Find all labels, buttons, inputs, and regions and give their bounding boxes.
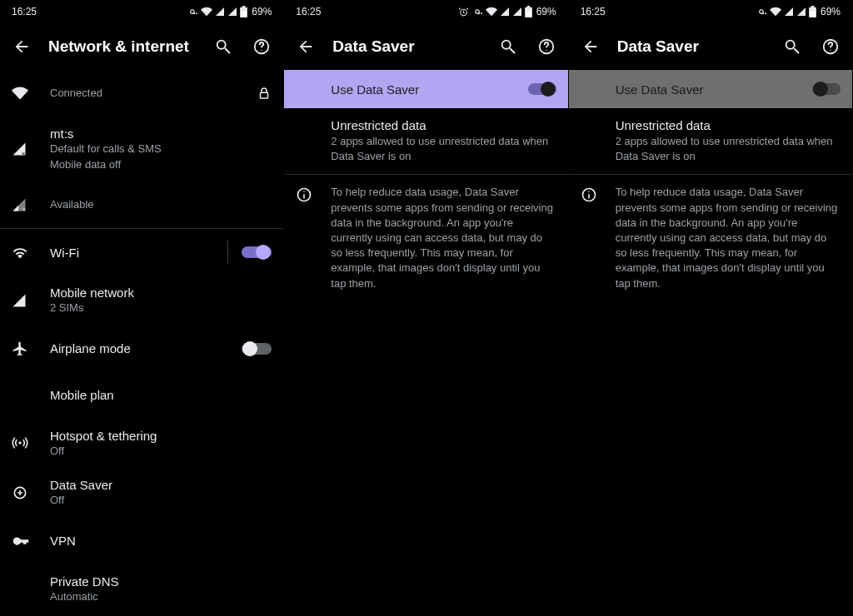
vpn-key-icon bbox=[756, 6, 767, 17]
wifi-connected-row[interactable]: Connected bbox=[0, 70, 283, 117]
hotspot-icon bbox=[12, 435, 50, 451]
toggle-switch-icon bbox=[528, 81, 556, 97]
vpn-row[interactable]: VPN bbox=[0, 518, 283, 564]
svg-text:×: × bbox=[22, 206, 26, 212]
blank-icon bbox=[581, 118, 616, 164]
status-bar: 16:25 69% bbox=[0, 0, 283, 23]
use-data-saver-toggle[interactable]: Use Data Saver bbox=[284, 70, 567, 108]
status-time: 16:25 bbox=[12, 6, 37, 17]
airplane-icon bbox=[12, 340, 50, 357]
data-saver-label: Data Saver bbox=[50, 478, 272, 492]
signal-icon bbox=[512, 7, 522, 17]
pane-data-saver-on: 16:25 69% Data Saver Use Data Saver bbox=[284, 0, 568, 616]
mobile-network-row[interactable]: Mobile network 2 SIMs bbox=[0, 276, 283, 325]
vpn-key-icon bbox=[471, 6, 483, 17]
sim1-line2: Mobile data off bbox=[50, 157, 272, 172]
search-button[interactable] bbox=[496, 35, 520, 58]
status-battery: 69% bbox=[252, 6, 272, 17]
info-icon bbox=[581, 185, 616, 291]
wifi-icon bbox=[770, 6, 781, 17]
svg-rect-0 bbox=[242, 11, 247, 17]
signal-icon bbox=[215, 7, 225, 17]
mobile-network-label: Mobile network bbox=[50, 286, 272, 300]
signal-icon bbox=[784, 7, 794, 17]
wifi-row[interactable]: Wi-Fi bbox=[0, 229, 283, 276]
unrestricted-title: Unrestricted data bbox=[616, 118, 841, 132]
unrestricted-title: Unrestricted data bbox=[331, 118, 556, 132]
status-icons: 69% bbox=[458, 6, 556, 17]
app-bar: Data Saver bbox=[284, 23, 567, 70]
info-text: To help reduce data usage, Data Saver pr… bbox=[616, 185, 841, 291]
back-button[interactable] bbox=[294, 35, 317, 58]
wifi-toggle[interactable] bbox=[242, 244, 272, 261]
help-icon bbox=[821, 37, 840, 56]
status-battery: 69% bbox=[821, 6, 841, 17]
status-icons: 69% bbox=[756, 6, 841, 17]
airplane-toggle[interactable] bbox=[242, 340, 272, 357]
search-icon bbox=[499, 37, 517, 56]
app-bar: Network & internet bbox=[0, 23, 283, 70]
back-button[interactable] bbox=[579, 35, 602, 58]
hotspot-row[interactable]: Hotspot & tethering Off bbox=[0, 419, 283, 469]
signal-icon bbox=[227, 7, 237, 17]
battery-icon bbox=[525, 6, 532, 17]
use-data-saver-toggle[interactable]: Use Data Saver bbox=[569, 70, 852, 108]
toggle-switch-icon bbox=[812, 81, 841, 97]
mobile-plan-label: Mobile plan bbox=[50, 388, 272, 402]
status-battery: 69% bbox=[536, 6, 556, 17]
sim2-label: Available bbox=[50, 197, 272, 212]
search-icon bbox=[214, 37, 232, 56]
arrow-back-icon bbox=[12, 37, 31, 56]
arrow-back-icon bbox=[581, 37, 600, 56]
status-time: 16:25 bbox=[296, 6, 321, 17]
private-dns-row[interactable]: Private DNS Automatic bbox=[0, 564, 283, 614]
svg-text:×: × bbox=[22, 150, 25, 156]
pane-data-saver-off: 16:25 69% Data Saver Use Data Saver bbox=[569, 0, 853, 616]
page-title: Data Saver bbox=[332, 37, 481, 56]
sim-signal-icon: × bbox=[12, 142, 50, 156]
search-icon bbox=[783, 37, 801, 56]
help-button[interactable] bbox=[250, 35, 273, 58]
signal-icon bbox=[500, 7, 510, 17]
unrestricted-data-row[interactable]: Unrestricted data 2 apps allowed to use … bbox=[569, 108, 852, 174]
data-saver-icon bbox=[12, 484, 50, 501]
search-button[interactable] bbox=[212, 35, 235, 58]
vpn-key-icon bbox=[12, 532, 50, 550]
sim1-line1: Default for calls & SMS bbox=[50, 142, 272, 156]
sim-signal-icon: × bbox=[12, 197, 50, 212]
info-text-row: To help reduce data usage, Data Saver pr… bbox=[284, 175, 567, 301]
airplane-row[interactable]: Airplane mode bbox=[0, 325, 283, 372]
sim1-row[interactable]: × mt:s Default for calls & SMS Mobile da… bbox=[0, 117, 283, 181]
page-title: Data Saver bbox=[617, 37, 766, 56]
blank-icon bbox=[296, 118, 331, 164]
hotspot-sub: Off bbox=[50, 444, 272, 459]
sim2-row[interactable]: × Available bbox=[0, 181, 283, 228]
data-saver-sub: Off bbox=[50, 493, 272, 508]
info-text: To help reduce data usage, Data Saver pr… bbox=[331, 185, 556, 291]
info-text-row: To help reduce data usage, Data Saver pr… bbox=[569, 175, 852, 301]
svg-point-17 bbox=[830, 49, 831, 50]
alarm-icon bbox=[458, 7, 469, 17]
svg-point-11 bbox=[546, 49, 546, 50]
help-button[interactable] bbox=[819, 35, 842, 58]
help-button[interactable] bbox=[535, 35, 558, 58]
use-data-saver-label: Use Data Saver bbox=[331, 82, 419, 97]
unrestricted-sub: 2 apps allowed to use unrestricted data … bbox=[331, 134, 556, 164]
signal-icon bbox=[12, 293, 50, 308]
svg-rect-9 bbox=[526, 11, 531, 17]
help-icon bbox=[252, 37, 271, 56]
search-button[interactable] bbox=[781, 35, 804, 58]
mobile-plan-row[interactable]: Mobile plan bbox=[0, 372, 283, 419]
hotspot-label: Hotspot & tethering bbox=[50, 429, 272, 443]
wifi-icon bbox=[12, 244, 50, 261]
back-button[interactable] bbox=[10, 35, 33, 58]
lock-icon bbox=[250, 86, 272, 101]
signal-icon bbox=[796, 7, 806, 17]
data-saver-row[interactable]: Data Saver Off bbox=[0, 468, 283, 518]
unrestricted-data-row[interactable]: Unrestricted data 2 apps allowed to use … bbox=[284, 108, 567, 174]
pane-network: 16:25 69% Network & internet Connected bbox=[0, 0, 284, 616]
use-data-saver-label: Use Data Saver bbox=[616, 82, 704, 97]
wifi-icon bbox=[201, 6, 212, 17]
svg-rect-3 bbox=[261, 92, 268, 98]
unrestricted-sub: 2 apps allowed to use unrestricted data … bbox=[616, 134, 841, 164]
